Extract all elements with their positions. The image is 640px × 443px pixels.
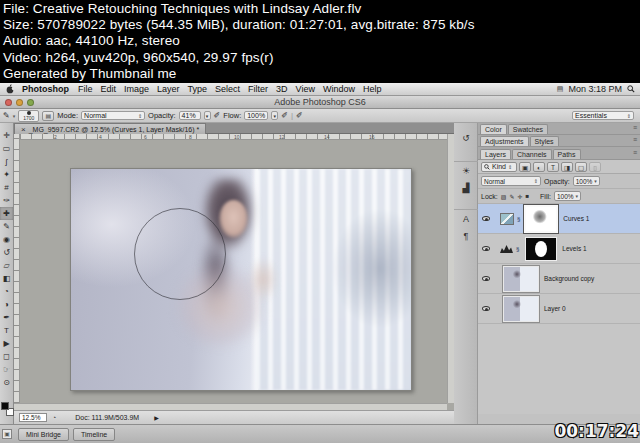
panel-menu-icon[interactable]: ≡ xyxy=(633,136,637,144)
filter-type-layers-icon[interactable]: T xyxy=(547,162,559,172)
menu-item[interactable]: Filter xyxy=(248,84,268,94)
eyedropper-tool-icon[interactable]: ✑ xyxy=(0,194,13,207)
tablet-opacity-icon[interactable]: ✐ xyxy=(214,111,221,120)
lock-position-icon[interactable]: ✛ xyxy=(517,193,522,200)
app-menu-photoshop[interactable]: Photoshop xyxy=(22,84,69,94)
lock-all-icon[interactable]: ■ xyxy=(525,193,529,200)
document-image[interactable] xyxy=(70,168,412,391)
panel-menu-icon[interactable]: ≡ xyxy=(633,149,637,157)
mini-bridge-button[interactable]: Mini Bridge xyxy=(18,428,69,441)
levels-adjustment-icon[interactable] xyxy=(500,244,513,253)
tab-styles[interactable]: Styles xyxy=(530,136,559,146)
timeline-button[interactable]: Timeline xyxy=(73,428,115,441)
levels-panel-icon[interactable]: ▟ xyxy=(454,179,478,197)
hand-tool-icon[interactable]: ☞ xyxy=(0,363,13,376)
layer-row-background-copy[interactable]: Background copy xyxy=(478,264,640,294)
blend-mode-select[interactable]: Normal ⇕ xyxy=(81,111,145,120)
menu-status-icon[interactable]: ▤ xyxy=(557,85,564,93)
menu-item[interactable]: Type xyxy=(188,84,208,94)
path-selection-tool-icon[interactable]: ▶ xyxy=(0,337,13,350)
tab-swatches[interactable]: Swatches xyxy=(508,124,548,134)
curves-adjustment-icon[interactable] xyxy=(500,213,514,225)
zoom-level-input[interactable]: 12.5% xyxy=(19,413,47,422)
filter-shape-layers-icon[interactable]: ◨ xyxy=(561,162,573,172)
dodge-tool-icon[interactable]: ◑ xyxy=(0,298,13,311)
menu-item[interactable]: Window xyxy=(323,84,355,94)
history-brush-tool-icon[interactable]: ↺ xyxy=(0,246,13,259)
layer-blend-mode-select[interactable]: Normal ⇕ xyxy=(481,176,541,186)
blur-tool-icon[interactable]: ◔ xyxy=(0,285,13,298)
adjustments-panel-icon[interactable]: ☀ xyxy=(454,161,478,179)
foreground-color-swatch[interactable] xyxy=(1,402,9,410)
opacity-input[interactable]: 41% xyxy=(179,111,201,120)
tab-adjustments[interactable]: Adjustments xyxy=(480,136,529,146)
layer-thumbnail[interactable] xyxy=(503,296,539,322)
airbrush-toggle-icon[interactable]: ✐ xyxy=(281,111,288,120)
menu-item[interactable]: Help xyxy=(363,84,382,94)
status-options-arrow-icon[interactable]: ▶ xyxy=(154,414,159,421)
flow-input[interactable]: 100% xyxy=(244,111,268,120)
apple-menu[interactable] xyxy=(6,84,14,94)
layer-name[interactable]: Background copy xyxy=(544,275,594,282)
layer-thumbnail[interactable] xyxy=(503,266,539,292)
tab-color[interactable]: Color xyxy=(480,124,507,134)
crop-tool-icon[interactable]: # xyxy=(0,181,13,194)
menu-item[interactable]: Edit xyxy=(101,84,117,94)
healing-brush-tool-icon[interactable]: ✚ xyxy=(0,207,13,220)
filter-pixel-layers-icon[interactable]: ▣ xyxy=(519,162,531,172)
flow-dropdown-button[interactable]: ▾ xyxy=(271,111,278,120)
lock-pixels-icon[interactable]: ✎ xyxy=(509,193,514,200)
tool-preset-dropdown-icon[interactable]: ▾ xyxy=(13,113,16,119)
lock-transparency-icon[interactable]: ▨ xyxy=(501,193,507,200)
document-tab[interactable]: × _MG_9597.CR2 @ 12.5% (Curves 1, Layer … xyxy=(14,123,206,134)
paragraph-panel-icon[interactable]: ¶ xyxy=(454,227,478,245)
horizontal-scrollbar[interactable] xyxy=(14,403,447,410)
panel-menu-icon[interactable]: ≡ xyxy=(633,124,637,132)
filter-adjustment-layers-icon[interactable]: ◐ xyxy=(533,162,545,172)
layer-opacity-input[interactable]: 100% ▾ xyxy=(573,176,600,186)
visibility-toggle[interactable] xyxy=(478,216,493,221)
curves-layer-mask-thumbnail[interactable] xyxy=(524,205,558,233)
layer-name[interactable]: Curves 1 xyxy=(563,215,589,222)
move-tool-icon[interactable]: ✛ xyxy=(0,129,13,142)
layer-name[interactable]: Layer 0 xyxy=(544,305,566,312)
brush-tool-icon[interactable]: ✎ xyxy=(0,220,13,233)
marquee-tool-icon[interactable]: ▭ xyxy=(0,142,13,155)
gradient-tool-icon[interactable]: ◧ xyxy=(0,272,13,285)
history-panel-icon[interactable]: ↺ xyxy=(454,129,478,147)
menu-item[interactable]: Image xyxy=(124,84,149,94)
visibility-toggle[interactable] xyxy=(478,246,493,251)
toggle-brush-panel-button[interactable]: ▤ xyxy=(42,111,54,121)
menu-item[interactable]: File xyxy=(78,84,93,94)
eraser-tool-icon[interactable]: ▱ xyxy=(0,259,13,272)
tab-close-icon[interactable]: × xyxy=(21,125,26,134)
fill-input[interactable]: 100% ▾ xyxy=(554,191,581,201)
filter-smart-objects-icon[interactable]: ▢ xyxy=(575,162,587,172)
layer-row-levels[interactable]: § Levels 1 xyxy=(478,234,640,264)
workspace-switcher[interactable]: Essentials ⇕ xyxy=(572,111,634,120)
layer-row-layer0[interactable]: Layer 0 xyxy=(478,294,640,324)
shape-tool-icon[interactable]: ◻ xyxy=(0,350,13,363)
menu-clock[interactable]: Mon 3:18 PM xyxy=(568,84,622,94)
layer-row-curves[interactable]: § Curves 1 xyxy=(478,204,640,234)
opacity-dropdown-button[interactable]: ▾ xyxy=(204,111,211,120)
character-panel-icon[interactable]: A xyxy=(454,209,478,227)
clone-stamp-tool-icon[interactable]: ◉ xyxy=(0,233,13,246)
levels-layer-mask-thumbnail[interactable] xyxy=(525,237,557,261)
pen-tool-icon[interactable]: ✒ xyxy=(0,311,13,324)
menu-item[interactable]: Select xyxy=(215,84,240,94)
layer-name[interactable]: Levels 1 xyxy=(562,245,586,252)
filter-kind-select[interactable]: Kind ⇕ xyxy=(481,162,517,172)
tab-channels[interactable]: Channels xyxy=(512,149,552,159)
menu-item[interactable]: 3D xyxy=(276,84,288,94)
type-tool-icon[interactable]: T xyxy=(0,324,13,337)
vertical-scrollbar[interactable] xyxy=(447,134,454,403)
zoom-tool-icon[interactable]: ⊙ xyxy=(0,376,13,389)
dock-mini-icon[interactable]: ▣ xyxy=(2,429,12,439)
filter-switch-icon[interactable]: ▯ xyxy=(589,162,601,172)
menu-item[interactable]: Layer xyxy=(157,84,180,94)
tablet-size-icon[interactable]: ✐ xyxy=(296,111,303,120)
tab-layers[interactable]: Layers xyxy=(480,149,511,159)
spotlight-icon[interactable] xyxy=(627,85,635,93)
lasso-tool-icon[interactable]: ʃ xyxy=(0,155,13,168)
